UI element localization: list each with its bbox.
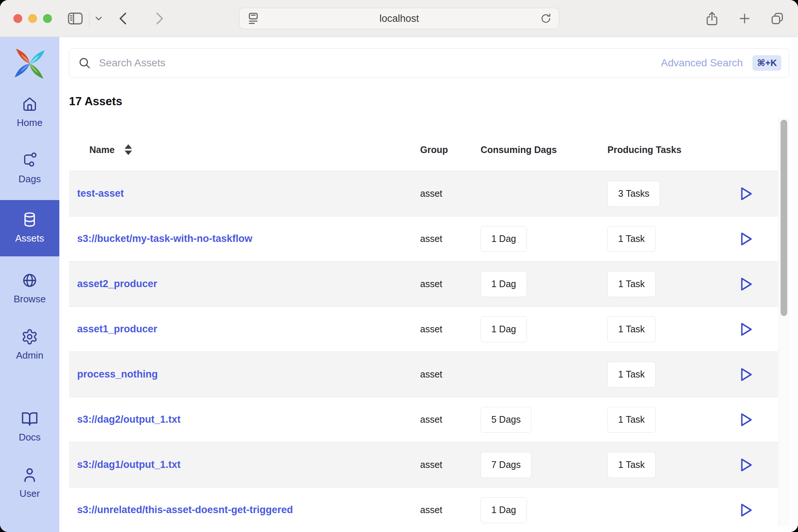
trigger-asset-button[interactable] xyxy=(738,321,754,338)
sidebar-item-home[interactable]: Home xyxy=(0,87,59,136)
table-body: test-asset asset 3 Tasks s3://bucket/my-… xyxy=(69,171,778,532)
asset-group: asset xyxy=(420,369,442,379)
column-header-producing-tasks: Producing Tasks xyxy=(607,144,714,155)
sidebar-item-label: Dags xyxy=(19,173,41,184)
producing-tasks-badge[interactable]: 1 Task xyxy=(607,362,656,388)
consuming-dags-badge[interactable]: 1 Dag xyxy=(481,316,527,342)
trigger-asset-button[interactable] xyxy=(738,411,754,428)
asset-name-link[interactable]: asset2_producer xyxy=(77,278,157,289)
dag-icon xyxy=(21,152,38,169)
table-row: asset1_producer asset 1 Dag 1 Task xyxy=(69,306,778,352)
sidebar-item-label: User xyxy=(20,488,40,499)
asset-name-link[interactable]: s3://dag1/output_1.txt xyxy=(77,459,181,470)
back-button[interactable] xyxy=(116,10,132,27)
sidebar-item-label: Browse xyxy=(14,293,46,305)
table-row: s3://bucket/my-task-with-no-taskflow ass… xyxy=(69,216,778,261)
consuming-dags-badge[interactable]: 5 Dags xyxy=(481,407,531,433)
sidebar-item-label: Assets xyxy=(15,233,44,244)
book-icon xyxy=(21,410,38,427)
trigger-asset-button[interactable] xyxy=(738,366,754,383)
table-row: s3://dag1/output_1.txt asset 7 Dags 1 Ta… xyxy=(69,442,778,487)
asset-group: asset xyxy=(420,279,442,289)
producing-tasks-badge[interactable]: 1 Task xyxy=(607,271,656,297)
trigger-asset-button[interactable] xyxy=(738,502,754,519)
asset-group: asset xyxy=(420,188,442,199)
search-bar: Advanced Search ⌘+K xyxy=(69,48,789,78)
sort-icon xyxy=(124,144,132,155)
asset-group: asset xyxy=(420,233,442,244)
sidebar-item-docs[interactable]: Docs xyxy=(0,402,59,451)
column-header-name[interactable]: Name xyxy=(69,144,420,155)
column-header-consuming-dags: Consuming Dags xyxy=(481,144,607,155)
url-text: localhost xyxy=(240,13,559,24)
sidebar-item-assets[interactable]: Assets xyxy=(0,200,59,256)
chevron-down-icon[interactable] xyxy=(95,14,103,23)
tab-overview-icon[interactable] xyxy=(769,10,785,27)
consuming-dags-badge[interactable]: 7 Dags xyxy=(481,452,531,478)
asset-name-link[interactable]: s3://bucket/my-task-with-no-taskflow xyxy=(77,233,253,244)
page-title: 17 Assets xyxy=(69,95,798,108)
close-window-button[interactable] xyxy=(13,14,22,23)
address-bar[interactable]: localhost xyxy=(239,8,559,29)
consuming-dags-badge[interactable]: 1 Dag xyxy=(481,497,527,523)
producing-tasks-badge[interactable]: 1 Task xyxy=(607,226,656,252)
consuming-dags-badge[interactable]: 1 Dag xyxy=(481,226,527,252)
share-icon[interactable] xyxy=(704,10,720,27)
zoom-window-button[interactable] xyxy=(43,14,52,23)
search-icon xyxy=(78,57,91,69)
browser-chrome: localhost xyxy=(0,0,798,37)
producing-tasks-badge[interactable]: 1 Task xyxy=(607,452,656,478)
trigger-asset-button[interactable] xyxy=(738,185,754,202)
gear-icon xyxy=(21,328,38,345)
trigger-asset-button[interactable] xyxy=(738,456,754,473)
producing-tasks-badge[interactable]: 3 Tasks xyxy=(607,181,660,207)
asset-name-link[interactable]: test-asset xyxy=(77,188,124,199)
sidebar-toggle-icon[interactable] xyxy=(67,10,84,27)
toolbar-divider xyxy=(89,11,89,26)
sidebar: Home Dags xyxy=(0,37,59,532)
traffic-lights xyxy=(13,14,52,23)
main-content: Advanced Search ⌘+K 17 Assets Name Group… xyxy=(59,37,798,532)
sidebar-item-dags[interactable]: Dags xyxy=(0,144,59,193)
database-icon xyxy=(21,211,38,228)
table-header: Name Group Consuming Dags Producing Task… xyxy=(69,108,778,171)
airflow-logo[interactable] xyxy=(13,47,47,81)
globe-icon xyxy=(21,272,38,289)
table-row: s3://unrelated/this-asset-doesnt-get-tri… xyxy=(69,487,778,532)
asset-group: asset xyxy=(420,414,442,425)
forward-button[interactable] xyxy=(151,10,166,27)
table-row: s3://dag2/output_1.txt asset 5 Dags 1 Ta… xyxy=(69,397,778,442)
keyboard-shortcut-badge: ⌘+K xyxy=(752,55,781,71)
producing-tasks-badge[interactable]: 1 Task xyxy=(607,316,656,342)
user-icon xyxy=(21,466,38,483)
advanced-search-button[interactable]: Advanced Search xyxy=(659,57,745,69)
asset-name-link[interactable]: s3://unrelated/this-asset-doesnt-get-tri… xyxy=(77,504,293,515)
producing-tasks-badge[interactable]: 1 Task xyxy=(607,407,656,433)
home-icon xyxy=(21,96,38,113)
asset-name-link[interactable]: process_nothing xyxy=(77,369,158,380)
scrollbar-thumb[interactable] xyxy=(781,120,787,316)
search-input[interactable] xyxy=(98,57,659,69)
browser-window: localhost xyxy=(0,0,798,532)
sidebar-item-label: Docs xyxy=(19,432,40,443)
table-row: test-asset asset 3 Tasks xyxy=(69,171,778,216)
new-tab-icon[interactable] xyxy=(737,11,752,26)
table-row: process_nothing asset 1 Task xyxy=(69,352,778,397)
consuming-dags-badge[interactable]: 1 Dag xyxy=(481,271,527,297)
asset-name-link[interactable]: asset1_producer xyxy=(77,323,157,335)
assets-table: Name Group Consuming Dags Producing Task… xyxy=(69,108,778,532)
sidebar-item-label: Home xyxy=(17,117,42,128)
table-row: asset2_producer asset 1 Dag 1 Task xyxy=(69,261,778,306)
sidebar-item-user[interactable]: User xyxy=(0,458,59,507)
asset-name-link[interactable]: s3://dag2/output_1.txt xyxy=(77,414,181,425)
minimize-window-button[interactable] xyxy=(28,14,37,23)
sidebar-item-admin[interactable]: Admin xyxy=(0,320,59,369)
trigger-asset-button[interactable] xyxy=(738,276,754,293)
scrollbar-track[interactable] xyxy=(779,118,789,526)
asset-group: asset xyxy=(420,459,442,470)
column-header-group: Group xyxy=(420,144,481,155)
trigger-asset-button[interactable] xyxy=(738,230,754,247)
asset-group: asset xyxy=(420,505,442,515)
sidebar-item-browse[interactable]: Browse xyxy=(0,264,59,313)
sidebar-item-label: Admin xyxy=(16,350,43,361)
